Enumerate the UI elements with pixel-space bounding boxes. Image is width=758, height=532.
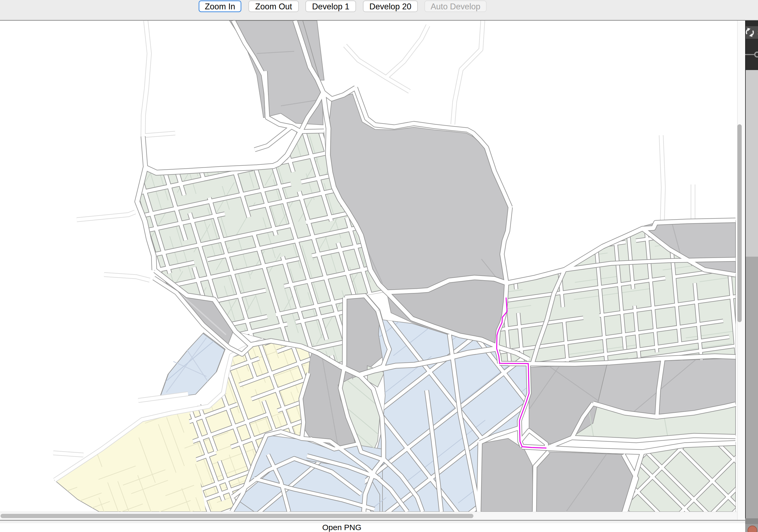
svg-text:Open PNG: Open PNG — [322, 523, 362, 532]
svg-text:Develop 20: Develop 20 — [369, 2, 411, 11]
svg-text:Develop 1: Develop 1 — [312, 2, 350, 11]
svg-text:Zoom Out: Zoom Out — [255, 2, 292, 11]
svg-text:Zoom In: Zoom In — [205, 2, 235, 11]
svg-text:Auto Develop: Auto Develop — [431, 2, 480, 11]
